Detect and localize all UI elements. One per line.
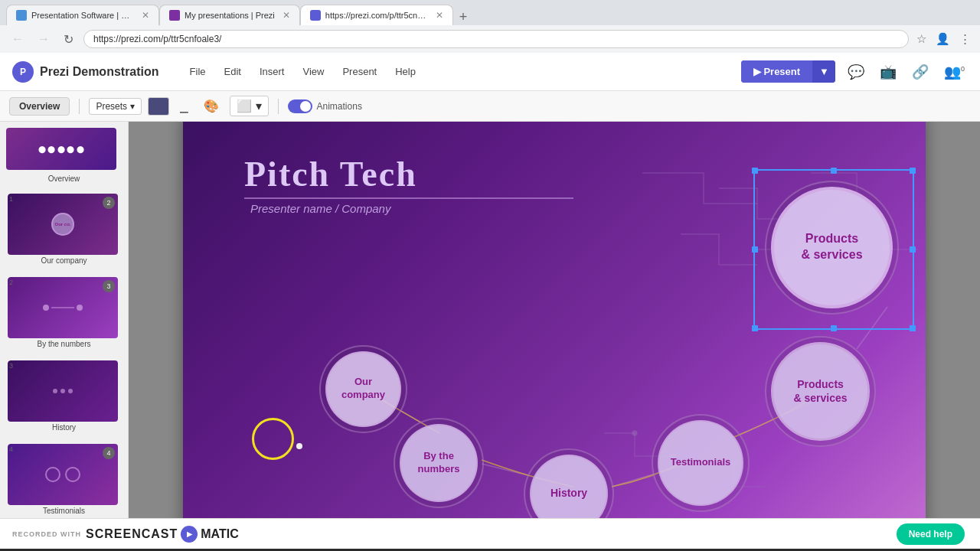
- title-underline: [244, 197, 573, 199]
- slide-1-thumbnail: Our co. 2: [8, 194, 118, 255]
- screencast-name: SCREENCAST: [86, 527, 178, 541]
- cursor-pointer: [296, 443, 302, 449]
- bookmark-button[interactable]: ☆: [915, 31, 928, 47]
- node-our-company[interactable]: Ourcompany: [319, 345, 407, 433]
- sidebar-item-slide-1[interactable]: 1 Our co. 2 Our company: [6, 192, 122, 269]
- nav-present[interactable]: Present: [342, 63, 377, 80]
- present-button-arrow[interactable]: ▼: [812, 60, 835, 83]
- selection-handle-mid-top[interactable]: [831, 168, 837, 174]
- tab-2-close[interactable]: ✕: [283, 10, 290, 21]
- by-numbers-label: By thenumbers: [418, 450, 460, 476]
- products-large-label: Products& services: [801, 231, 862, 263]
- bottom-bar: RECORDED WITH SCREENCAST ▶ MATIC Need he…: [0, 518, 980, 549]
- testimonials-label: Testimonials: [671, 456, 731, 469]
- sidebar-overview-label: Overview: [6, 173, 122, 186]
- screencast-icon: ▶: [181, 526, 198, 543]
- canvas-area[interactable]: Pitch Tech Presenter name / Company Ourc…: [129, 122, 980, 518]
- slide-2-badge: 3: [103, 280, 115, 292]
- slide-2-label: By the numbers: [8, 338, 120, 351]
- screencast-badge: RECORDED WITH SCREENCAST ▶ MATIC: [12, 526, 239, 543]
- node-products-large[interactable]: Products& services: [765, 181, 899, 315]
- forward-button[interactable]: →: [34, 31, 54, 47]
- presets-chevron-icon: ▾: [130, 101, 135, 112]
- subtitle-text: Presenter name / Company: [244, 202, 573, 215]
- slide-4-badge: 4: [103, 447, 115, 459]
- sidebar-item-slide-2[interactable]: 2 3 By the numbers: [6, 276, 122, 353]
- app-nav: File Edit Insert View Present Help: [190, 63, 416, 80]
- tab-1[interactable]: Presentation Software | Online... ✕: [6, 5, 159, 25]
- slide-1-badge: 2: [103, 197, 115, 209]
- sidebar-item-slide-4[interactable]: 4 4 Testimonials: [6, 442, 122, 518]
- svg-point-0: [632, 431, 637, 435]
- history-label: History: [550, 486, 587, 500]
- tab-1-favicon: [16, 10, 27, 21]
- nav-edit[interactable]: Edit: [224, 63, 241, 80]
- sidebar-item-slide-3[interactable]: 3 History: [6, 359, 122, 436]
- svg-line-7: [857, 307, 887, 349]
- slide-3-label: History: [8, 422, 120, 435]
- selection-handle-bl[interactable]: [752, 325, 758, 331]
- header-right: ▶ Present ▼ 💬 📺 🔗 👥0: [741, 60, 968, 83]
- present-button[interactable]: ▶ Present ▼: [741, 60, 835, 83]
- new-tab-button[interactable]: +: [453, 9, 474, 25]
- presentation-title: Pitch Tech Presenter name / Company: [244, 154, 573, 215]
- selection-handle-br[interactable]: [910, 325, 916, 331]
- account-button[interactable]: 👤: [934, 31, 952, 47]
- node-by-numbers[interactable]: By thenumbers: [394, 418, 484, 508]
- slide-2-thumbnail: 3: [8, 277, 118, 338]
- tab-2-title: My presentations | Prezi: [185, 11, 275, 20]
- presets-label: Presets: [96, 101, 127, 112]
- toolbar-separator-2: [278, 99, 279, 114]
- nav-view[interactable]: View: [302, 63, 324, 80]
- share-screen-button[interactable]: 📺: [877, 60, 900, 83]
- color-picker-button[interactable]: [148, 97, 169, 116]
- title-text: Pitch Tech: [244, 154, 573, 194]
- toolbar: Overview Presets ▾ ⎯ 🎨 ⬜ ▾ Animations: [0, 91, 980, 122]
- menu-button[interactable]: ⋮: [958, 31, 972, 47]
- app-logo: P Prezi Demonstration: [12, 61, 159, 83]
- sidebar: ⬤ ⬤ ⬤ ⬤ ⬤ Overview 1 Our co. 2 Our compa…: [0, 122, 129, 518]
- tab-2[interactable]: My presentations | Prezi ✕: [159, 5, 300, 25]
- back-button[interactable]: ←: [8, 31, 28, 47]
- selection-handle-tr[interactable]: [910, 168, 916, 174]
- need-help-button[interactable]: Need help: [897, 523, 965, 545]
- slide-3-thumbnail: [8, 360, 118, 422]
- tab-1-close[interactable]: ✕: [142, 10, 149, 21]
- comment-button[interactable]: 💬: [844, 60, 867, 83]
- team-button[interactable]: 👥0: [941, 60, 968, 83]
- animations-toggle: Animations: [288, 99, 362, 113]
- tab-3-close[interactable]: ✕: [436, 10, 443, 21]
- url-input[interactable]: [93, 34, 899, 44]
- animations-switch[interactable]: [288, 99, 312, 113]
- tab-2-favicon: [169, 10, 180, 21]
- fill-color-button[interactable]: 🎨: [199, 96, 224, 116]
- node-products-small[interactable]: Products& services: [765, 336, 876, 447]
- address-bar[interactable]: [83, 30, 909, 48]
- app-header: P Prezi Demonstration File Edit Insert V…: [0, 53, 980, 91]
- presets-button[interactable]: Presets ▾: [89, 98, 142, 115]
- share-button[interactable]: 🔗: [909, 60, 932, 83]
- frame-button[interactable]: ⬜ ▾: [230, 96, 268, 116]
- animations-label: Animations: [317, 101, 362, 112]
- nav-file[interactable]: File: [190, 63, 206, 80]
- overview-mini-canvas: ⬤ ⬤ ⬤ ⬤ ⬤: [38, 145, 84, 153]
- presentation-canvas[interactable]: Pitch Tech Presenter name / Company Ourc…: [183, 122, 926, 518]
- present-button-label[interactable]: ▶ Present: [741, 60, 812, 83]
- sidebar-overview[interactable]: ⬤ ⬤ ⬤ ⬤ ⬤ Overview: [6, 128, 122, 186]
- our-company-label: Ourcompany: [341, 376, 385, 402]
- nav-help[interactable]: Help: [395, 63, 416, 80]
- overview-tab[interactable]: Overview: [9, 97, 70, 116]
- overview-thumb: ⬤ ⬤ ⬤ ⬤ ⬤: [6, 128, 116, 170]
- selection-handle-mid-right[interactable]: [910, 246, 916, 253]
- selection-handle-mid-left[interactable]: [752, 246, 758, 253]
- cursor-circle: [252, 418, 294, 460]
- reload-button[interactable]: ↻: [60, 31, 77, 48]
- slide-4-label: Testimonials: [8, 505, 120, 518]
- nav-insert[interactable]: Insert: [260, 63, 285, 80]
- node-testimonials[interactable]: Testimonials: [652, 414, 750, 512]
- selection-handle-mid-bottom[interactable]: [831, 325, 837, 331]
- node-history[interactable]: History: [524, 448, 614, 519]
- address-bar-row: ← → ↻ ☆ 👤 ⋮: [0, 25, 980, 53]
- tab-3[interactable]: https://prezi.com/p/ttr5cnfoale3/ ✕: [300, 5, 453, 25]
- line-color-button[interactable]: ⎯: [175, 96, 193, 116]
